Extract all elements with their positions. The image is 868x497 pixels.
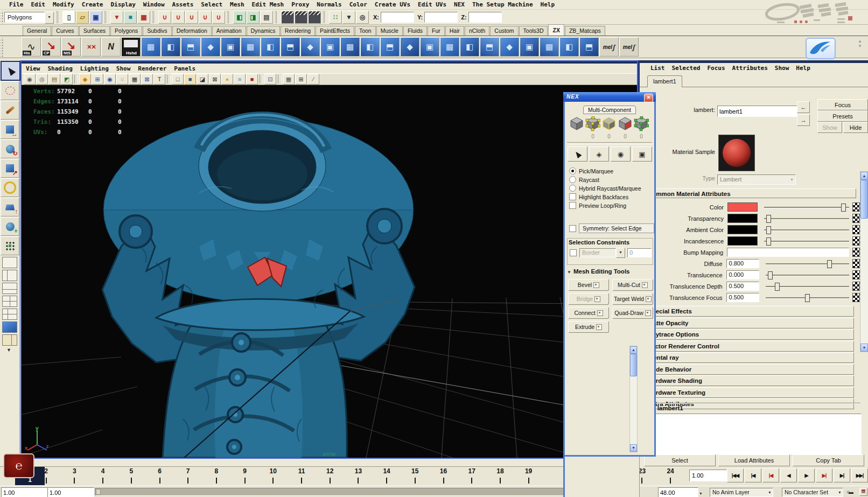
menu-edit[interactable]: Edit [27, 1, 50, 8]
panel-menu-renderer[interactable]: Renderer [138, 65, 166, 72]
panel-menu-shading[interactable]: Shading [48, 65, 73, 72]
range-start-input[interactable] [1, 487, 48, 497]
text-field[interactable] [727, 248, 849, 257]
chevron-down-icon[interactable]: ▼ [698, 489, 704, 497]
section-common-material-attributes[interactable]: Common Material Attributes [642, 188, 856, 198]
value-field[interactable]: 0.000 [726, 270, 759, 279]
presets-button[interactable]: Presets [817, 110, 868, 122]
save-scene-icon[interactable]: ▣ [89, 11, 102, 24]
screen-panel-button[interactable]: ▣ [632, 146, 652, 162]
value-field[interactable]: 0.500 [726, 282, 759, 291]
menu-edit-uvs[interactable]: Edit UVs [414, 1, 450, 8]
auto-keyframe-icon[interactable] [859, 488, 867, 496]
menu-nex[interactable]: NEX [450, 1, 468, 8]
slider-track[interactable] [766, 283, 850, 290]
shelf-tab-polygons[interactable]: Polygons [110, 26, 142, 36]
lasso-tool[interactable] [1, 81, 19, 100]
safe-title-icon[interactable]: T [153, 74, 165, 85]
frame-number[interactable]: 9 [243, 467, 247, 475]
step-back-frame-button[interactable]: |◀ [745, 468, 761, 482]
frame-number[interactable]: 8 [215, 467, 219, 475]
single-pane-layout[interactable] [2, 257, 17, 268]
move-tool[interactable]: ↔ [1, 120, 19, 139]
ae-menu-show[interactable]: Show [775, 65, 789, 72]
color-swatch[interactable] [727, 202, 758, 212]
poly-tool-shelf-button[interactable]: ◧ [559, 37, 579, 57]
go-to-start-button[interactable]: |◀◀ [727, 468, 744, 482]
lighting-icon[interactable]: ● [221, 74, 233, 85]
cp-shelf-button[interactable]: CP [41, 37, 61, 57]
frame-number[interactable]: 10 [270, 467, 277, 475]
current-time-input[interactable] [689, 470, 727, 481]
color-swatch[interactable] [727, 225, 758, 234]
character-set-selector[interactable]: No Character Set▼ [782, 488, 843, 497]
symmetry-label[interactable]: Symmetry: Select Edge [579, 223, 654, 233]
shelf-tab-hair[interactable]: Hair [445, 26, 464, 36]
construction-history-icon[interactable]: ▤ [260, 11, 273, 24]
vertex-mode-icon[interactable] [585, 116, 600, 131]
range-slider-bar[interactable] [95, 488, 639, 496]
multi-component-label[interactable]: Multi-Component [583, 106, 636, 114]
camera-gate-icon[interactable]: ⊞ [295, 74, 307, 85]
grid-dots-icon[interactable]: ∷ [329, 11, 342, 24]
universal-manipulator-tool[interactable] [1, 178, 19, 197]
poly-tool-shelf-button[interactable]: ▦ [340, 37, 360, 57]
ipr-render-icon[interactable] [295, 11, 307, 24]
show-manipulator-tool[interactable]: + [1, 217, 19, 236]
poly-tool-shelf-button[interactable]: ◆ [500, 37, 519, 57]
select-hierarchy-icon[interactable]: ▼ [110, 11, 123, 24]
section-raytrace-options[interactable]: Raytrace Options [642, 329, 854, 340]
menu-assets[interactable]: Assets [169, 1, 198, 8]
camera-attributes-icon[interactable]: ◎ [36, 74, 48, 85]
mel-script-shelf-button[interactable]: mel [599, 37, 619, 57]
snap-to-grids-icon[interactable]: ∪ [158, 11, 171, 24]
film-gate-icon[interactable]: ⊞ [92, 74, 103, 85]
menu-help[interactable]: Help [537, 1, 559, 8]
slider-track[interactable] [766, 294, 850, 301]
color-swatch[interactable] [727, 214, 758, 223]
extrude-button[interactable]: Extrude [568, 321, 609, 333]
slider-track[interactable] [764, 204, 849, 211]
shelf-tab-painteffects[interactable]: PaintEffects [316, 26, 354, 36]
node-name-input[interactable] [717, 106, 797, 117]
select-camera-icon[interactable]: ◉ [24, 74, 36, 85]
notes-textarea[interactable] [642, 414, 862, 454]
play-forward-button[interactable]: ▶ [798, 468, 815, 482]
panel-menu-view[interactable]: View [26, 65, 40, 72]
frame-number[interactable]: 7 [186, 467, 190, 475]
poly-tool-shelf-button[interactable]: ⬒ [281, 37, 300, 57]
checkbox-highlight-backfaces[interactable]: Highlight Backfaces [569, 193, 628, 201]
use-default-material-icon[interactable]: ⊠ [209, 74, 221, 85]
chevron-down-icon[interactable]: ▼ [45, 12, 54, 24]
three-pane-layout[interactable] [2, 309, 17, 320]
shelf-tab-zx[interactable]: ZX [548, 24, 564, 36]
snap-to-points-icon[interactable]: ∪ [185, 11, 198, 24]
play-backward-button[interactable]: ◀ [780, 468, 797, 482]
shelf-tab-deformation[interactable]: Deformation [172, 26, 212, 36]
slider-thumb[interactable] [775, 283, 780, 291]
wireframe-icon[interactable]: □ [172, 74, 184, 85]
multi-component-mode-icon[interactable] [634, 116, 649, 131]
two-pane-stacked-layout[interactable] [2, 296, 17, 307]
go-to-end-button[interactable]: ▶▶| [851, 468, 868, 482]
hypershade-persp-layout[interactable] [2, 334, 17, 346]
frame-number[interactable]: 16 [440, 467, 447, 475]
slider-thumb[interactable] [827, 260, 832, 268]
poly-tool-shelf-button[interactable]: ▣ [420, 37, 439, 57]
bevel-button[interactable]: Bevel [568, 279, 609, 291]
section-vector-renderer-control[interactable]: Vector Renderer Control [642, 341, 854, 352]
poly-tool-shelf-button[interactable]: ▣ [320, 37, 340, 57]
menu-mesh[interactable]: Mesh [226, 1, 248, 8]
shelf-tab-muscle[interactable]: Muscle [376, 26, 403, 36]
section-mental-ray[interactable]: mental ray [642, 352, 854, 363]
output-connections-icon[interactable]: ◨ [247, 11, 260, 24]
checkbox-preview-loop-ring[interactable]: Preview Loop/Ring [569, 201, 626, 209]
constraint-checkbox[interactable] [570, 249, 577, 256]
panel-menu-show[interactable]: Show [116, 65, 131, 72]
mesh-editing-tools-title[interactable]: Mesh Editing Tools [567, 268, 652, 275]
tear-handle[interactable] [0, 11, 4, 24]
symmetry-option[interactable]: Symmetry: Select Edge [569, 223, 654, 233]
frame-number[interactable]: 5 [129, 467, 133, 475]
grease-pencil-icon[interactable]: ∕ [307, 74, 319, 85]
tab-lambert1[interactable]: lambert1 [647, 75, 682, 87]
